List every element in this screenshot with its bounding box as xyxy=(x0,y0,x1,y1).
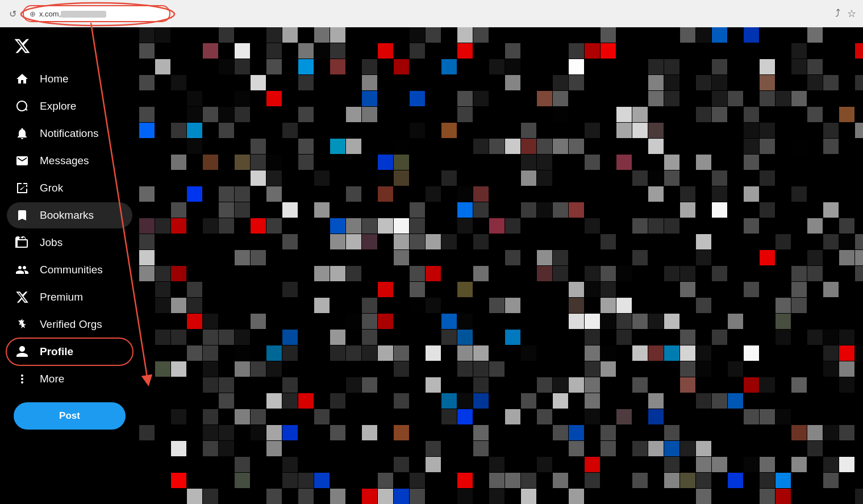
grok-label: Grok xyxy=(40,182,63,194)
sidebar-item-home[interactable]: Home xyxy=(7,66,132,92)
sidebar-item-more[interactable]: More xyxy=(7,366,132,392)
home-icon xyxy=(15,72,30,86)
reload-button[interactable]: ↺ xyxy=(7,8,18,19)
sidebar-item-messages[interactable]: Messages xyxy=(7,148,132,174)
communities-icon xyxy=(15,263,30,277)
sidebar-item-explore[interactable]: Explore xyxy=(7,93,132,119)
sidebar-item-notifications[interactable]: Notifications xyxy=(7,120,132,147)
messages-label: Messages xyxy=(40,155,89,167)
sidebar-item-profile[interactable]: Profile xyxy=(7,339,132,365)
share-icon[interactable]: ⤴ xyxy=(835,7,840,20)
verified-orgs-label: Verified Orgs xyxy=(40,318,102,331)
profile-label: Profile xyxy=(40,345,73,358)
more-icon xyxy=(15,372,30,386)
notifications-label: Notifications xyxy=(40,127,99,140)
sidebar-item-grok[interactable]: Grok xyxy=(7,175,132,201)
x-logo-button[interactable] xyxy=(7,32,132,66)
address-bar[interactable]: ⊕ x.com, xyxy=(23,5,170,22)
sidebar-item-verified-orgs[interactable]: Verified Orgs xyxy=(7,311,132,338)
browser-actions: ⤴ ☆ xyxy=(835,7,856,20)
explore-label: Explore xyxy=(40,100,76,113)
content-area xyxy=(139,27,863,504)
main-layout: Home Explore Notifications Messages xyxy=(0,27,863,504)
grok-icon xyxy=(15,181,30,195)
sidebar-item-jobs[interactable]: Jobs xyxy=(7,230,132,256)
home-label: Home xyxy=(40,73,69,85)
premium-icon xyxy=(15,290,30,304)
url-text: x.com, xyxy=(39,10,106,18)
explore-icon xyxy=(15,99,30,113)
address-bar-wrapper: ⊕ x.com, xyxy=(23,5,170,22)
profile-icon xyxy=(15,345,30,359)
notifications-icon xyxy=(15,127,30,140)
more-label: More xyxy=(40,373,64,385)
verified-orgs-icon xyxy=(15,318,30,331)
communities-label: Communities xyxy=(40,264,103,276)
star-icon[interactable]: ☆ xyxy=(847,7,856,20)
jobs-label: Jobs xyxy=(40,236,62,249)
sidebar-item-bookmarks[interactable]: Bookmarks xyxy=(7,202,132,228)
messages-icon xyxy=(15,154,30,168)
sidebar-item-premium[interactable]: Premium xyxy=(7,284,132,310)
post-button[interactable]: Post xyxy=(14,402,126,430)
sidebar: Home Explore Notifications Messages xyxy=(0,27,139,504)
premium-label: Premium xyxy=(40,291,83,303)
bookmarks-label: Bookmarks xyxy=(40,209,94,222)
sidebar-item-communities[interactable]: Communities xyxy=(7,257,132,283)
browser-chrome: ↺ ⊕ x.com, ⤴ ☆ xyxy=(0,0,863,27)
bookmarks-icon xyxy=(15,209,30,222)
jobs-icon xyxy=(15,236,30,249)
